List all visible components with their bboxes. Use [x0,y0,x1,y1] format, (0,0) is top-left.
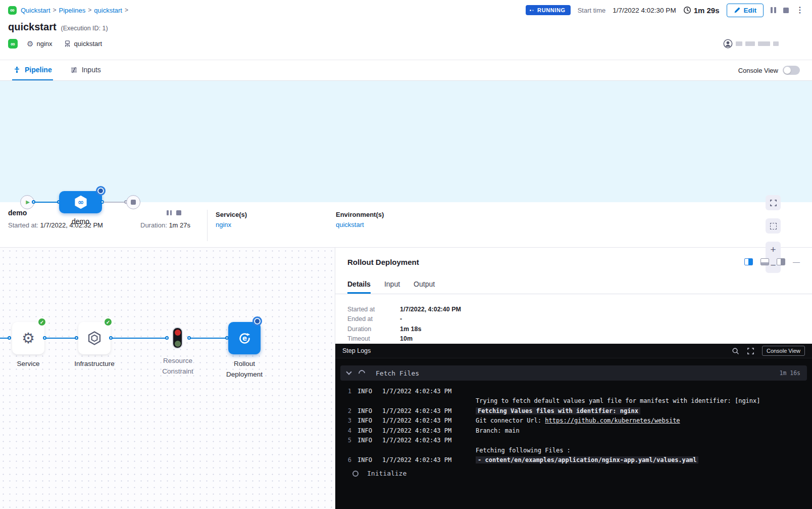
log-line: 2 INFO 1/7/2022 4:02:43 PM Fetching Valu… [335,406,812,416]
log-message: Branch: main [476,427,520,434]
pause-execution-icon[interactable] [771,7,776,13]
rollout-deployment-icon: e [238,332,251,345]
log-lines: 1 INFO 1/7/2022 4:02:43 PM Trying to fet… [335,383,812,465]
service-tag[interactable]: ⚙ nginx [27,39,53,49]
breadcrumb: ∞ Quickstart > Pipelines > quickstart > … [0,0,812,20]
step-detail-header: Rollout Deployment — [335,248,812,276]
stop-stage-icon[interactable] [176,210,181,215]
more-options-icon[interactable]: ⋮ [796,6,804,14]
breadcrumb-separator: > [88,7,91,14]
log-line-number: 5 [335,437,351,444]
breadcrumb-item-pipeline-name[interactable]: quickstart [94,7,122,14]
kv-row-started-at: Started at 1/7/2022, 4:02:40 PM [347,304,800,314]
edge [46,338,76,339]
running-spinner-badge [97,188,104,194]
marquee-select-button[interactable] [766,218,781,234]
log-section-name: Initialize [367,470,407,477]
execution-meta: RUNNING Start time 1/7/2022 4:02:30 PM 1… [526,4,804,17]
chevron-down-icon [346,369,351,375]
expand-logs-icon[interactable] [747,347,754,355]
play-icon: ▶ [26,200,30,205]
end-icon [131,200,136,205]
zoom-in-button[interactable]: + [766,242,781,257]
step-node-rollout-deployment[interactable]: e [228,322,261,354]
infinity-glyph: ∞ [77,198,83,206]
log-line: 3 INFO 1/7/2022 4:02:43 PM Git connector… [335,416,812,426]
log-message-highlight: - content/en/examples/application/nginx-… [476,456,698,464]
environment-tag[interactable]: quickstart [64,40,103,48]
end-node[interactable] [126,195,140,209]
step-label-service: Service [8,359,48,369]
stop-execution-icon[interactable] [783,8,789,13]
running-spinner-badge [254,318,261,325]
service-link[interactable]: nginx [216,221,336,228]
tab-inputs-label: Inputs [82,66,101,74]
environments-label: Environment(s) [336,211,812,218]
fullscreen-button[interactable] [766,195,781,210]
stage-node-demo[interactable]: ∞ [59,191,102,213]
edge [190,338,227,339]
console-view-label: Console View [738,67,778,74]
kv-label: Ended at [347,315,400,322]
tab-pipeline[interactable]: Pipeline [12,60,53,80]
layout-split-panel-icon[interactable] [777,258,785,265]
environment-link[interactable]: quickstart [336,221,812,228]
log-section-fetch-files[interactable]: Fetch Files 1m 16s [340,365,807,381]
services-block: Service(s) nginx [208,209,336,247]
log-line-number: 4 [335,427,351,434]
log-section-initialize[interactable]: Initialize [335,470,812,477]
duration-label: Duration: [140,221,167,229]
tab-inputs[interactable]: Inputs [69,60,102,80]
marquee-icon [770,223,777,229]
console-view-control: Console View [738,66,800,75]
tags-row: ∞ ⚙ nginx quickstart [0,39,812,49]
log-message: - content/en/examples/application/nginx-… [476,456,698,464]
minimize-panel-icon[interactable]: — [793,258,800,265]
log-line: 1 INFO 1/7/2022 4:02:43 PM [335,386,812,396]
redacted-text [758,41,770,46]
breadcrumb-item-pipelines[interactable]: Pipelines [59,7,86,14]
log-level: INFO [358,388,375,395]
step-node-service[interactable]: ⚙ [12,322,44,354]
tab-output[interactable]: Output [414,276,435,294]
edit-button[interactable]: Edit [727,4,764,17]
pause-stage-icon[interactable] [167,210,172,215]
pipeline-graph: ▶ ∞ demo + − [0,81,812,202]
redacted-text [773,41,779,46]
page-title: quickstart [8,21,57,33]
log-line-number: 6 [335,456,351,464]
tab-input[interactable]: Input [384,276,400,294]
step-node-infrastructure[interactable] [78,322,111,354]
log-timestamp: 1/7/2022 4:02:43 PM [382,417,451,424]
step-label-infrastructure: Infrastructure [67,359,122,369]
log-link[interactable]: https://github.com/kubernetes/website [545,417,680,424]
log-level: INFO [358,417,375,424]
title-row: quickstart (Execution ID: 1) [0,21,812,33]
log-message-highlight: Fetching Values files with identifier: n… [476,407,640,414]
step-node-resource-constraint[interactable] [172,327,183,349]
infinity-glyph: ∞ [10,7,15,14]
console-view-toggle[interactable] [783,66,800,75]
log-section-duration: 1m 16s [779,369,800,377]
layout-split-right-icon[interactable] [744,258,753,265]
start-time-value: 1/7/2022 4:02:30 PM [613,7,676,14]
view-tabbar: Pipeline Inputs Console View [0,60,812,81]
tab-details[interactable]: Details [347,276,371,294]
pending-circle-icon [352,471,359,477]
layout-split-bottom-icon[interactable] [760,258,769,265]
stage-duration-block: Duration: 1m 27s [140,209,199,247]
status-badge: RUNNING [526,5,571,15]
console-view-button[interactable]: Console View [762,346,805,356]
kv-label: Duration [347,326,400,333]
breadcrumb-item-quickstart[interactable]: Quickstart [21,7,50,14]
log-line: 4 INFO 1/7/2022 4:02:43 PM Branch: main [335,426,812,436]
step-detail-tabs: Details Input Output [335,276,812,294]
triggered-by [723,39,779,49]
kv-row-ended-at: Ended at - [347,314,800,325]
log-line: 6 INFO 1/7/2022 4:02:43 PM - content/en/… [335,455,812,466]
step-label-rollout-deployment: Rollout Deployment [219,359,270,380]
redacted-text [745,41,755,46]
log-section-name: Fetch Files [376,369,419,377]
execution-detail-area: ⚙ ✓ ✓ e Se [0,248,812,509]
search-icon[interactable] [732,347,739,355]
